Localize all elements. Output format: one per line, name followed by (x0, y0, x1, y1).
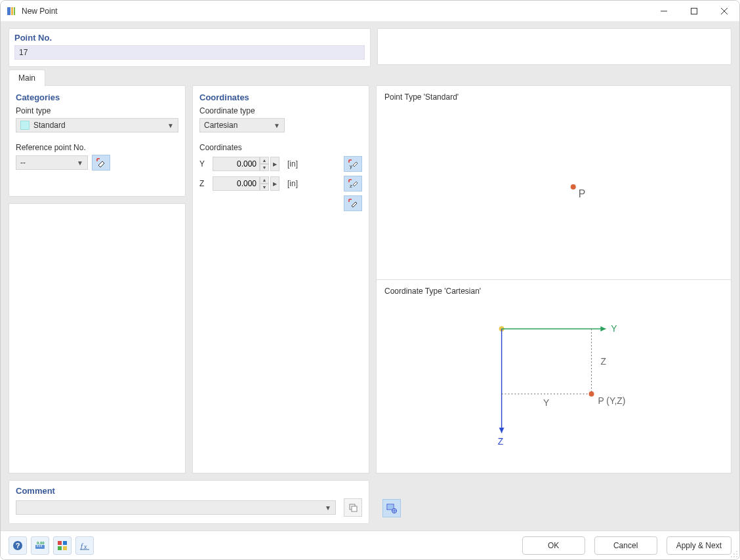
resize-grip-icon[interactable] (730, 550, 738, 558)
coord-y-input[interactable] (213, 157, 260, 171)
display-settings-button[interactable] (382, 499, 401, 517)
svg-point-47 (733, 556, 735, 557)
svg-rect-37 (63, 541, 67, 545)
close-button[interactable] (709, 1, 739, 22)
top-right-empty-panel (377, 28, 731, 65)
point-type-value: Standard (33, 121, 66, 130)
coord-y-step-button[interactable]: ▶ (270, 157, 279, 171)
app-icon (6, 6, 16, 16)
svg-text:?: ? (16, 542, 20, 550)
svg-rect-0 (7, 7, 10, 15)
comment-select[interactable]: ▼ (16, 500, 336, 515)
coord-z-spinner[interactable]: ▲▼ (260, 176, 269, 191)
svg-point-48 (736, 556, 737, 557)
help-button[interactable]: ? (9, 536, 27, 555)
coord-z-unit: [in] (287, 179, 298, 188)
svg-text:Z: Z (498, 436, 504, 447)
coord-type-select[interactable]: Cartesian ▼ (199, 118, 285, 132)
coord-row-z: Z ▲▼ ▶ [in] z (199, 176, 362, 191)
svg-point-9 (571, 184, 576, 190)
tab-main[interactable]: Main (9, 70, 45, 86)
svg-rect-4 (691, 8, 697, 14)
chevron-down-icon: ▼ (167, 122, 174, 129)
units-button[interactable]: 0,00 (31, 536, 49, 555)
coord-pick-all-button[interactable] (344, 195, 362, 211)
ref-point-value: -- (20, 158, 26, 167)
point-type-label: Point type (16, 106, 178, 115)
new-point-dialog: New Point Point No. Main Categories Poin… (0, 0, 740, 560)
coords-label: Coordinates (199, 143, 362, 152)
svg-point-44 (733, 553, 735, 555)
svg-text:P: P (579, 188, 586, 199)
svg-rect-39 (63, 546, 67, 550)
coord-y-label: Y (199, 159, 207, 169)
svg-point-43 (736, 551, 737, 552)
coordinates-group: Coordinates Coordinate type Cartesian ▼ … (192, 85, 369, 473)
svg-rect-27 (388, 505, 393, 509)
svg-text:Y: Y (611, 323, 617, 333)
coord-z-label: Z (199, 179, 207, 188)
categories-group: Categories Point type Standard ▼ Referen… (9, 85, 186, 197)
ref-point-label: Reference point No. (16, 143, 178, 152)
svg-point-20 (589, 391, 594, 396)
svg-point-45 (736, 553, 737, 555)
ref-point-pick-button[interactable] (92, 155, 110, 170)
coord-y-unit: [in] (287, 159, 298, 169)
svg-rect-25 (352, 506, 357, 511)
chevron-down-icon: ▼ (77, 159, 83, 167)
svg-text:Y: Y (543, 397, 549, 407)
bottom-bar: ? 0,00 fx OK Cancel Apply & Next (1, 530, 739, 559)
svg-rect-1 (11, 7, 13, 15)
svg-rect-31 (35, 545, 45, 549)
preview-top-title: Point Type 'Standard' (384, 92, 723, 102)
titlebar: New Point (1, 1, 739, 22)
maximize-button[interactable] (679, 1, 709, 22)
coord-z-pick-button[interactable]: z (344, 176, 362, 191)
categories-blank-panel (9, 203, 186, 473)
coord-type-diagram: Y Z P (Y,Z) Z Y (384, 296, 723, 453)
point-type-select[interactable]: Standard ▼ (16, 118, 178, 132)
coord-type-value: Cartesian (204, 121, 237, 130)
svg-text:0,00: 0,00 (37, 541, 45, 545)
formula-button[interactable]: fx (75, 536, 94, 555)
chevron-down-icon: ▼ (325, 504, 331, 511)
coord-row-y: Y ▲▼ ▶ [in] y (199, 156, 362, 172)
preview-panel: Point Type 'Standard' P Coordinate Type … (376, 85, 731, 473)
point-no-panel: Point No. (9, 28, 371, 67)
preview-bottom-title: Coordinate Type 'Cartesian' (384, 287, 723, 296)
svg-text:z: z (350, 183, 352, 189)
coordinates-title: Coordinates (199, 92, 362, 102)
svg-rect-36 (58, 541, 62, 545)
coord-type-label: Coordinate type (199, 106, 362, 115)
window-title: New Point (22, 7, 58, 16)
comment-panel: Comment ▼ (9, 480, 369, 524)
svg-rect-38 (58, 546, 62, 550)
preview-coord-type: Coordinate Type 'Cartesian' Y Z (377, 279, 731, 473)
categories-title: Categories (16, 92, 178, 102)
svg-point-46 (731, 556, 732, 557)
preview-point-type: Point Type 'Standard' P (377, 86, 731, 279)
chevron-down-icon: ▼ (274, 122, 280, 129)
tab-strip: Main (1, 67, 739, 85)
svg-text:x: x (83, 543, 87, 550)
coord-z-input[interactable] (213, 176, 260, 191)
coord-y-spinner[interactable]: ▲▼ (260, 157, 269, 171)
coord-y-pick-button[interactable]: y (344, 156, 362, 172)
comment-copy-button[interactable] (344, 498, 362, 517)
point-no-input[interactable] (14, 45, 365, 60)
svg-marker-16 (499, 428, 504, 433)
apply-next-button[interactable]: Apply & Next (667, 536, 731, 555)
svg-text:y: y (350, 163, 352, 169)
svg-rect-2 (14, 7, 15, 15)
svg-marker-13 (600, 326, 606, 331)
ref-point-select[interactable]: -- ▼ (16, 155, 88, 170)
coord-z-step-button[interactable]: ▶ (270, 176, 279, 191)
point-no-label: Point No. (14, 33, 365, 43)
cancel-button[interactable]: Cancel (594, 536, 657, 555)
display-options-button[interactable] (53, 536, 72, 555)
ok-button[interactable]: OK (522, 536, 585, 555)
svg-text:P (Y,Z): P (Y,Z) (598, 395, 625, 405)
minimize-button[interactable] (649, 1, 679, 22)
point-type-diagram: P (384, 102, 723, 259)
point-type-swatch-icon (20, 121, 30, 130)
